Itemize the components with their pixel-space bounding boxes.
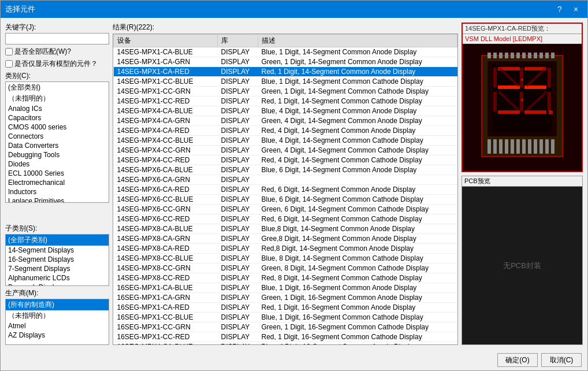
table-row[interactable]: 16SEG-MPX1-CA-BLUEDISPLAYBlue, 1 Digit, …	[114, 283, 457, 293]
cell-desc: Blue, 6 Digit, 14-Segment Common Anode D…	[258, 165, 457, 175]
bottom-bar: 确定(O) 取消(C)	[1, 350, 587, 370]
subcategory-list[interactable]: (全部子类别)14-Segment Displays16-Segment Dis…	[5, 234, 109, 286]
cancel-button[interactable]: 取消(C)	[541, 353, 582, 367]
table-row[interactable]: 14SEG-MPX4-CA-REDDISPLAYRed, 4 Digit, 14…	[114, 126, 457, 136]
cell-desc: Blue, 6 Digit, 14-Segment Common Cathode…	[258, 195, 457, 205]
category-item-3[interactable]: Capacitors	[6, 113, 109, 123]
led-display-svg	[476, 53, 568, 162]
table-row[interactable]: 16SEG-MPX1-CC-REDDISPLAYRed, 1 Digit, 16…	[114, 332, 457, 342]
svg-rect-46	[551, 53, 554, 58]
results-table-container[interactable]: 设备 库 描述 14SEG-MPX1-CA-BLUEDISPLAYBlue, 1…	[113, 34, 458, 345]
svg-rect-17	[548, 92, 551, 112]
category-item-8[interactable]: Diodes	[6, 159, 109, 169]
table-row[interactable]: 14SEG-MPX8-CC-BLUEDISPLAYBlue, 8 Digit, …	[114, 254, 457, 264]
table-row[interactable]: 14SEG-MPX1-CC-BLUEDISPLAYBlue, 1 Digit, …	[114, 77, 457, 87]
cell-desc: Blue, 1 Digit, 16-Segment Common Cathode…	[258, 313, 457, 322]
title-bar-buttons: ? ×	[553, 3, 583, 15]
category-item-11[interactable]: Inductors	[6, 187, 109, 196]
table-row[interactable]: 14SEG-MPX1-CC-REDDISPLAYRed, 1 Digit, 14…	[114, 97, 457, 106]
category-item-6[interactable]: Data Converters	[6, 141, 109, 150]
category-item-12[interactable]: Laplace Primitives	[6, 196, 109, 203]
manufacturer-item-1[interactable]: （未指明的）	[6, 310, 109, 321]
table-row[interactable]: 14SEG-MPX6-CC-BLUEDISPLAYBlue, 6 Digit, …	[114, 195, 457, 205]
table-row[interactable]: 16SEG-MPX1-CA-REDDISPLAYRed, 1 Digit, 16…	[114, 303, 457, 313]
manufacturer-item-3[interactable]: AZ Displays	[6, 331, 109, 340]
help-button[interactable]: ?	[553, 3, 567, 15]
cell-desc: Red, 4 Digit, 14-Segment Common Cathode …	[258, 155, 457, 165]
table-row[interactable]: 16SEG-MPX1-CC-GRNDISPLAYGreen, 1 Digit, …	[114, 322, 457, 332]
close-button[interactable]: ×	[569, 3, 583, 15]
table-row[interactable]: 14SEG-MPX6-CA-GRNDISPLAY	[114, 175, 457, 185]
vsm-label: VSM DLL Model [LEDMPX]	[463, 34, 582, 44]
table-row[interactable]: 14SEG-MPX1-CC-GRNDISPLAYGreen, 1 Digit, …	[114, 87, 457, 97]
cell-desc: Green, 1 Digit, 14-Segment Common Cathod…	[258, 87, 457, 97]
cell-lib: DISPLAY	[218, 244, 258, 254]
table-row[interactable]: 14SEG-MPX6-CC-REDDISPLAYRed, 6 Digit, 14…	[114, 214, 457, 224]
manufacturer-list[interactable]: (所有的制造商)（未指明的）AtmelAZ Displays	[5, 299, 109, 345]
table-row[interactable]: 14SEG-MPX1-CA-REDDISPLAYRed, 1 Digit, 14…	[114, 67, 457, 77]
manufacturer-item-2[interactable]: Atmel	[6, 321, 109, 331]
middle-panel: 结果(R)(222): 设备 库 描述 14SEG-MPX1-CA-BLUEDI…	[113, 23, 458, 345]
cell-desc: Red,8 Digit, 14-Segment Common Anode Dis…	[258, 244, 457, 254]
cell-device: 14SEG-MPX8-CA-GRN	[114, 234, 218, 244]
table-row[interactable]: 14SEG-MPX8-CA-BLUEDISPLAYBlue,8 Digit, 1…	[114, 224, 457, 234]
ok-button[interactable]: 确定(O)	[497, 353, 538, 367]
cell-lib: DISPLAY	[218, 57, 258, 67]
category-item-10[interactable]: Electromechanical	[6, 178, 109, 187]
subcategory-item-4[interactable]: Alphanumeric LCDs	[6, 273, 109, 283]
cell-device: 14SEG-MPX4-CA-BLUE	[114, 106, 218, 116]
category-item-1[interactable]: （未指明的）	[6, 93, 109, 104]
svg-rect-9	[498, 86, 520, 89]
table-row[interactable]: 16SEG-MPX4-CA-BLUEDISPLAYBlue, 4 Digit, …	[114, 342, 457, 346]
cell-device: 14SEG-MPX4-CA-GRN	[114, 116, 218, 126]
table-row[interactable]: 14SEG-MPX6-CC-GRNDISPLAYGreen, 6 Digit, …	[114, 205, 457, 214]
svg-rect-45	[545, 53, 549, 58]
category-item-7[interactable]: Debugging Tools	[6, 150, 109, 159]
cell-lib: DISPLAY	[218, 195, 258, 205]
cell-lib: DISPLAY	[218, 136, 258, 146]
category-item-2[interactable]: Analog ICs	[6, 104, 109, 113]
category-item-5[interactable]: Connectors	[6, 132, 109, 141]
category-item-4[interactable]: CMOS 4000 series	[6, 123, 109, 132]
table-row[interactable]: 14SEG-MPX8-CA-REDDISPLAYRed,8 Digit, 14-…	[114, 244, 457, 254]
svg-rect-23	[487, 139, 491, 154]
subcategory-item-3[interactable]: 7-Segment Displays	[6, 264, 109, 273]
keyword-input[interactable]	[5, 33, 109, 44]
all-match-checkbox[interactable]	[5, 48, 13, 55]
svg-rect-8	[548, 68, 551, 87]
svg-rect-35	[487, 53, 491, 58]
svg-rect-42	[528, 53, 531, 58]
table-row[interactable]: 14SEG-MPX6-CA-BLUEDISPLAYBlue, 6 Digit, …	[114, 165, 457, 175]
cell-lib: DISPLAY	[218, 47, 258, 57]
subcategory-item-2[interactable]: 16-Segment Displays	[6, 255, 109, 264]
table-row[interactable]: 14SEG-MPX1-CA-BLUEDISPLAYBlue, 1 Digit, …	[114, 47, 457, 57]
cell-lib: DISPLAY	[218, 175, 258, 185]
subcategory-item-5[interactable]: Bargraph Displays	[6, 283, 109, 286]
svg-rect-6	[493, 68, 497, 87]
svg-rect-31	[534, 139, 537, 154]
table-row[interactable]: 14SEG-MPX1-CA-GRNDISPLAYGreen, 1 Digit, …	[114, 57, 457, 67]
pcb-preview-area: 无PCB封装	[462, 187, 582, 344]
table-row[interactable]: 14SEG-MPX4-CA-GRNDISPLAYGreen, 4 Digit, …	[114, 116, 457, 126]
table-row[interactable]: 14SEG-MPX4-CC-BLUEDISPLAYBlue, 4 Digit, …	[114, 136, 457, 146]
cell-desc: Blue, 1 Digit, 14-Segment Common Cathode…	[258, 77, 457, 87]
table-row[interactable]: 16SEG-MPX1-CA-GRNDISPLAYGreen, 1 Digit, …	[114, 293, 457, 303]
subcategory-item-0[interactable]: (全部子类别)	[6, 235, 109, 246]
cell-device: 14SEG-MPX4-CC-GRN	[114, 146, 218, 155]
table-row[interactable]: 16SEG-MPX1-CC-BLUEDISPLAYBlue, 1 Digit, …	[114, 313, 457, 322]
category-list[interactable]: (全部类别)（未指明的）Analog ICsCapacitorsCMOS 400…	[5, 81, 109, 203]
svg-rect-43	[534, 53, 537, 58]
table-row[interactable]: 14SEG-MPX4-CC-REDDISPLAYRed, 4 Digit, 14…	[114, 155, 457, 165]
table-row[interactable]: 14SEG-MPX4-CC-GRNDISPLAYGreen, 4 Digit, …	[114, 146, 457, 155]
category-item-9[interactable]: ECL 10000 Series	[6, 169, 109, 178]
table-row[interactable]: 14SEG-MPX8-CC-REDDISPLAYRed, 8 Digit, 14…	[114, 273, 457, 283]
table-row[interactable]: 14SEG-MPX8-CC-GRNDISPLAYGreen, 8 Digit, …	[114, 264, 457, 273]
subcategory-item-1[interactable]: 14-Segment Displays	[6, 246, 109, 255]
show-models-checkbox[interactable]	[5, 60, 13, 68]
category-item-0[interactable]: (全部类别)	[6, 82, 109, 93]
svg-rect-28	[516, 139, 520, 154]
table-row[interactable]: 14SEG-MPX8-CA-GRNDISPLAYGree,8 Digit, 14…	[114, 234, 457, 244]
table-row[interactable]: 14SEG-MPX6-CA-REDDISPLAYRed, 6 Digit, 14…	[114, 185, 457, 195]
manufacturer-item-0[interactable]: (所有的制造商)	[6, 299, 109, 310]
table-row[interactable]: 14SEG-MPX4-CA-BLUEDISPLAYBlue, 4 Digit, …	[114, 106, 457, 116]
